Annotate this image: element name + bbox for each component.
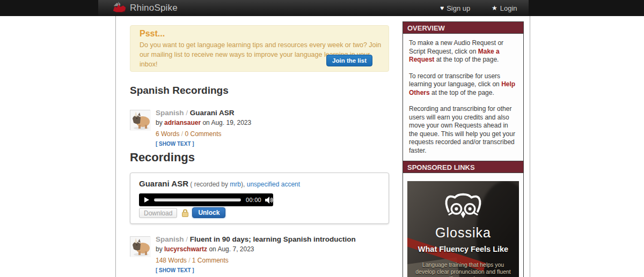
recordings-heading: Recordings [130, 151, 195, 164]
request-item-body: Spanish / Guarani ASR by adriansauer on … [156, 109, 389, 147]
overview-box: OVERVIEW To make a new Audio Request or … [402, 21, 524, 164]
spanish-recordings-heading: Spanish Recordings [130, 85, 229, 96]
signup-label: Sign up [447, 4, 470, 12]
recording-title-line: Guarani ASR ( recorded by mrb), unspecif… [139, 179, 300, 188]
title-separator: / [186, 109, 188, 117]
word-count-link[interactable]: 6 Words [156, 130, 179, 138]
request-byline: by adriansauer on Aug. 19, 2023 [156, 119, 389, 126]
mailing-list-banner: Psst... Do you want to get language lear… [130, 25, 389, 72]
recording-actions: Download Unlock [139, 207, 225, 218]
overview-paragraph-3: Recording and transcribing for other use… [409, 105, 517, 155]
audio-player: 00:00 [139, 193, 273, 206]
player-time: 00:00 [246, 197, 261, 203]
by-label: by [156, 245, 163, 253]
download-button[interactable]: Download [139, 208, 177, 218]
language-link[interactable]: Spanish [156, 235, 184, 243]
glossika-ad[interactable]: Glossika What Fluency Feels Like Languag… [407, 181, 519, 277]
request-title-line: Spanish / Fluent in 90 days; learning Sp… [156, 235, 389, 244]
overview-paragraph-2: To record or transcribe for users learni… [409, 72, 517, 98]
unlock-button[interactable]: Unlock [192, 207, 225, 218]
title-separator: / [186, 235, 188, 243]
stats-separator: / [188, 257, 190, 264]
user-avatar[interactable] [130, 236, 150, 257]
request-item: Spanish / Fluent in 90 days; learning Sp… [130, 235, 389, 273]
user-avatar[interactable] [130, 110, 150, 130]
request-stats: 6 Words / 0 Comments [156, 130, 389, 138]
ad-tagline: What Fluency Feels Like [407, 245, 519, 253]
request-item: Spanish / Guarani ASR by adriansauer on … [130, 109, 389, 147]
recording-title: Guarani ASR [139, 179, 188, 188]
request-item-body: Spanish / Fluent in 90 days; learning Sp… [156, 235, 389, 273]
show-text-toggle[interactable]: [ SHOW TEXT ] [156, 141, 389, 147]
ad-brand-name: Glossika [407, 225, 519, 241]
join-the-list-button[interactable]: Join the list [326, 55, 372, 66]
rhinospike-logo-icon [112, 1, 127, 15]
banner-title: Psst... [140, 29, 379, 39]
ad-description: Language training that helps you develop… [407, 261, 519, 277]
navbar-container: RhinoSpike ♥ Sign up ★ Login [98, 0, 529, 16]
seek-bar[interactable] [154, 198, 241, 201]
comment-count-link[interactable]: 1 Comments [192, 257, 229, 264]
overview-header: OVERVIEW [403, 22, 523, 34]
word-count-link[interactable]: 148 Words [156, 257, 187, 264]
username-link[interactable]: lucyrschwartz [164, 245, 207, 253]
brand-name: RhinoSpike [130, 3, 178, 13]
language-link[interactable]: Spanish [156, 109, 184, 117]
top-navbar: RhinoSpike ♥ Sign up ★ Login [0, 0, 644, 16]
username-link[interactable]: adriansauer [164, 119, 201, 126]
star-icon: ★ [492, 5, 497, 11]
comment-count-link[interactable]: 0 Comments [185, 130, 222, 138]
brand-home-link[interactable]: RhinoSpike [112, 0, 178, 16]
request-title: Guarani ASR [190, 109, 235, 117]
by-label: by [156, 119, 163, 126]
request-byline: by lucyrschwartz on Aug. 7, 2023 [156, 245, 389, 253]
login-label: Login [500, 4, 517, 12]
play-button[interactable] [144, 197, 149, 203]
heart-icon: ♥ [440, 5, 444, 11]
recorded-by-prefix: ( recorded by [190, 181, 228, 188]
show-text-toggle[interactable]: [ SHOW TEXT ] [156, 267, 389, 273]
page-content-frame: Psst... Do you want to get language lear… [115, 16, 530, 277]
sponsored-ad-container: Glossika What Fluency Feels Like Languag… [403, 173, 523, 277]
recording-card: Guarani ASR ( recorded by mrb), unspecif… [130, 173, 389, 224]
signup-button[interactable]: ♥ Sign up [440, 0, 470, 16]
owl-logo-icon [442, 190, 484, 225]
login-button[interactable]: ★ Login [492, 0, 517, 16]
request-date: on Aug. 19, 2023 [202, 119, 251, 126]
recorder-link[interactable]: mrb [230, 181, 241, 188]
sponsored-links-box: SPONSORED LINKS [402, 161, 524, 277]
overview-body: To make a new Audio Request or Script Re… [403, 34, 523, 163]
request-title: Fluent in 90 days; learning Spanish intr… [190, 235, 356, 243]
stats-separator: / [181, 130, 183, 138]
recorded-by-suffix: ), [241, 181, 245, 188]
sponsored-links-header: SPONSORED LINKS [403, 161, 523, 173]
volume-icon[interactable] [265, 197, 273, 204]
lock-icon [181, 208, 189, 217]
request-stats: 148 Words / 1 Comments [156, 257, 389, 264]
accent-link[interactable]: unspecified accent [247, 181, 300, 188]
overview-paragraph-1: To make a new Audio Request or Script Re… [409, 39, 517, 64]
request-title-line: Spanish / Guarani ASR [156, 109, 389, 117]
request-date: on Aug. 7, 2023 [209, 245, 254, 253]
